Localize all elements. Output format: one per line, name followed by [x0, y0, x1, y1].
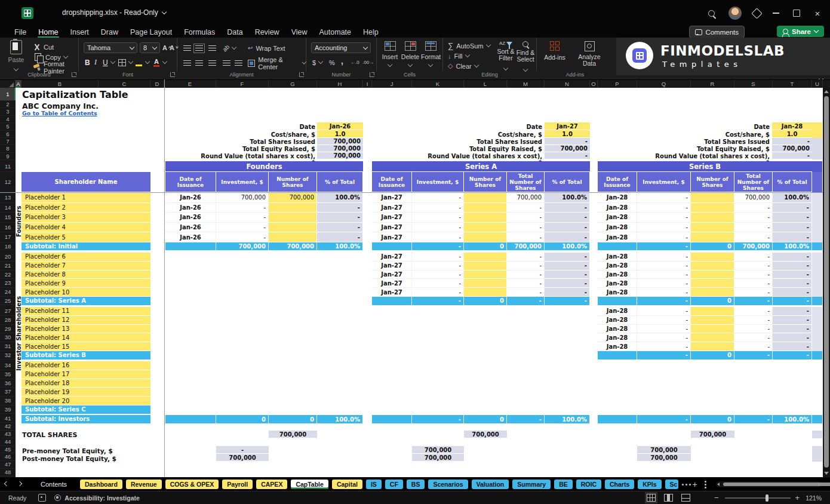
cell-date[interactable]: Jan-27: [372, 232, 412, 242]
align-left-button[interactable]: [183, 58, 191, 68]
column-header[interactable]: P: [598, 80, 637, 88]
cell-date[interactable]: Jan-27: [372, 203, 412, 213]
cell-blank[interactable]: [598, 415, 637, 423]
cell-shares-subtotal[interactable]: 0: [464, 297, 507, 305]
row-header[interactable]: 3: [0, 108, 16, 115]
cell-investment[interactable]: -: [216, 223, 269, 233]
row-header[interactable]: 1: [0, 88, 16, 101]
cell-shares[interactable]: [691, 333, 734, 342]
row-header[interactable]: 7: [0, 138, 16, 145]
premium-gem-icon[interactable]: [750, 6, 763, 20]
cell-cost-value[interactable]: 1.0: [545, 130, 590, 138]
select-all-corner[interactable]: [0, 80, 16, 88]
tab-capex[interactable]: CAPEX: [256, 480, 287, 489]
cell-shares[interactable]: [269, 232, 317, 242]
tab-payroll[interactable]: Payroll: [222, 480, 253, 489]
cell-shareholder-name[interactable]: Placeholder 19: [21, 388, 150, 397]
cell-date-value[interactable]: Jan-27: [545, 122, 590, 130]
row-header[interactable]: 45: [0, 446, 16, 454]
horizontal-scroll-thumb[interactable]: [723, 483, 830, 486]
cell-shares[interactable]: [691, 262, 734, 271]
cell-shareholder-name[interactable]: Placeholder 10: [21, 288, 150, 297]
avatar[interactable]: [728, 6, 742, 20]
cell-shareholder-name[interactable]: Placeholder 12: [21, 316, 150, 325]
cell-investment-subtotal[interactable]: -: [637, 297, 691, 305]
cell-blank[interactable]: [165, 242, 216, 250]
decrease-decimal-button[interactable]: .00→: [362, 57, 374, 67]
cell-total-shares[interactable]: -: [734, 307, 773, 316]
cell-pct-subtotal[interactable]: -: [545, 297, 590, 305]
cell-investment-subtotal[interactable]: -: [637, 242, 691, 250]
cell-date[interactable]: Jan-26: [165, 223, 216, 233]
cell-total-shares[interactable]: -: [734, 262, 773, 271]
tab-captable-active[interactable]: CapTable: [291, 480, 328, 489]
cell-pct[interactable]: -: [317, 213, 363, 223]
cell-pct[interactable]: -: [773, 213, 812, 223]
cell-cost-value[interactable]: 1.0: [317, 130, 363, 138]
comments-button[interactable]: Comments: [689, 26, 745, 38]
cell-total-shares-subtotal[interactable]: 700,000: [734, 242, 773, 250]
italic-button[interactable]: I: [94, 57, 97, 67]
paste-button[interactable]: Paste: [5, 40, 27, 72]
row-header[interactable]: 17: [0, 232, 16, 242]
tab-contents[interactable]: Contents: [36, 480, 72, 489]
fill-color-button[interactable]: [135, 57, 149, 67]
cell-investment[interactable]: -: [637, 279, 691, 288]
cell-shares-issued[interactable]: -: [545, 138, 590, 145]
cell-total-shares[interactable]: -: [734, 288, 773, 297]
cell-investment[interactable]: -: [637, 223, 691, 233]
cell-investment[interactable]: -: [637, 342, 691, 351]
cell-pct-subtotal[interactable]: -: [773, 351, 812, 359]
cell-shares[interactable]: [691, 213, 734, 223]
borders-button[interactable]: [118, 57, 133, 67]
cell-investment[interactable]: -: [412, 232, 464, 242]
maximize-button[interactable]: [790, 6, 803, 20]
row-header[interactable]: 46: [0, 453, 16, 461]
accessibility-status[interactable]: Accessibility: Investigate: [64, 494, 139, 502]
row-header[interactable]: 34: [0, 361, 16, 370]
cell-investment-subtotal[interactable]: -: [412, 415, 464, 423]
cell-shares-subtotal[interactable]: 0: [691, 242, 734, 250]
tab-summary[interactable]: Summary: [512, 480, 551, 489]
cell-pct[interactable]: -: [317, 223, 363, 233]
tab-cogs-opex[interactable]: COGS & OPEX: [165, 480, 219, 489]
cell-shares-subtotal[interactable]: 0: [464, 242, 507, 250]
cell-date[interactable]: Jan-26: [165, 203, 216, 213]
zoom-slider-thumb[interactable]: [766, 494, 768, 502]
cell-equity-raised[interactable]: 700,000: [772, 145, 812, 152]
cell-shares-subtotal[interactable]: 0: [464, 415, 507, 423]
cell-date[interactable]: Jan-27: [372, 213, 412, 223]
cell-shares-issued[interactable]: -: [772, 138, 812, 145]
row-header[interactable]: 39: [0, 405, 16, 414]
row-header[interactable]: 20: [0, 253, 16, 262]
column-header[interactable]: J: [372, 80, 412, 88]
cell-shares[interactable]: [691, 253, 734, 262]
tab-capital[interactable]: Capital: [332, 480, 362, 489]
column-header[interactable]: E: [164, 80, 216, 88]
cell-shares-subtotal[interactable]: 700,000: [269, 242, 317, 250]
cell-date[interactable]: Jan-26: [165, 213, 216, 223]
cell-date[interactable]: Jan-28: [598, 262, 637, 271]
cell-pct[interactable]: -: [773, 316, 812, 325]
cell-total-shares[interactable]: -: [734, 316, 773, 325]
tab-revenue[interactable]: Revenue: [126, 480, 162, 489]
cell-pct[interactable]: -: [773, 325, 812, 334]
cell-shares[interactable]: [691, 279, 734, 288]
cell-blank[interactable]: [372, 297, 412, 305]
subtotal-investors-label[interactable]: Subtotal: Investors: [21, 415, 150, 423]
row-header[interactable]: 31: [0, 342, 16, 351]
cell-investment-subtotal[interactable]: -: [637, 351, 691, 359]
cell-pct-subtotal[interactable]: 100.0%: [545, 242, 590, 250]
bold-button[interactable]: B: [85, 57, 90, 67]
row-header[interactable]: 28: [0, 316, 16, 325]
zoom-out-button[interactable]: −: [714, 493, 719, 502]
tabs-scroll-right[interactable]: [13, 484, 26, 485]
decrease-indent-button[interactable]: [223, 58, 230, 68]
column-header[interactable]: D: [150, 80, 164, 88]
cell-shares-subtotal[interactable]: 0: [691, 297, 734, 305]
cell-shareholder-name[interactable]: Placeholder 3: [21, 213, 150, 223]
scroll-down-arrow[interactable]: [824, 472, 829, 475]
row-header[interactable]: 4: [0, 116, 16, 123]
new-sheet-button[interactable]: +: [692, 480, 697, 489]
row-header[interactable]: 9: [0, 153, 16, 160]
